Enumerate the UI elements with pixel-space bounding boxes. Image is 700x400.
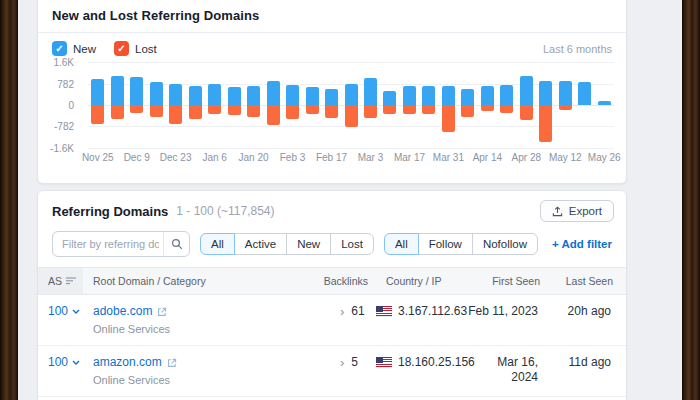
chart-bar-lost[interactable]	[306, 105, 319, 114]
chart-bar-lost[interactable]	[345, 105, 358, 127]
chart-bar-lost[interactable]	[325, 105, 338, 118]
chart-bar-lost[interactable]	[383, 105, 396, 114]
backlinks-cell: › 5	[328, 355, 376, 370]
expand-chevron-icon[interactable]: ›	[340, 305, 344, 318]
column-header-country[interactable]: Country / IP	[376, 275, 468, 287]
chart-bar-new[interactable]	[130, 77, 143, 105]
backlinks-value: 61	[351, 304, 364, 319]
column-header-first-seen[interactable]: First Seen	[468, 275, 548, 287]
chart-bar-lost[interactable]	[442, 105, 455, 132]
chart-bar-new[interactable]	[228, 87, 241, 105]
domain-link[interactable]: amazon.com	[93, 355, 162, 370]
expand-chevron-icon[interactable]: ›	[340, 356, 344, 369]
chart-bar-new[interactable]	[189, 86, 202, 105]
x-axis-tick: Apr 14	[473, 152, 502, 163]
chart-bar-lost[interactable]	[91, 105, 104, 124]
chart-bar-lost[interactable]	[169, 105, 182, 124]
chart-bar-new[interactable]	[325, 89, 338, 105]
chart-bar-lost[interactable]	[247, 105, 260, 117]
chart-bar-lost[interactable]	[481, 105, 494, 111]
as-dropdown[interactable]: 100	[48, 304, 80, 319]
chart-bar-lost[interactable]	[228, 105, 241, 115]
chart-bar-new[interactable]	[500, 85, 513, 105]
chart-bar-lost[interactable]	[111, 105, 124, 119]
date-range-label: Last 6 months	[543, 43, 612, 55]
column-header-as[interactable]: AS	[38, 268, 83, 294]
chart-bar-new[interactable]	[520, 76, 533, 105]
chart-plot	[88, 62, 614, 148]
segment-follow-follow[interactable]: Follow	[418, 233, 473, 255]
domain-category: Online Services	[93, 322, 328, 337]
chart-bar-lost[interactable]	[403, 105, 416, 114]
legend-checkbox-new[interactable]: ✓	[52, 41, 67, 56]
column-header-backlinks[interactable]: Backlinks	[328, 275, 376, 287]
chart-bar-new[interactable]	[403, 86, 416, 105]
chart-bar-lost[interactable]	[500, 105, 513, 113]
chart-bar-lost[interactable]	[150, 105, 163, 117]
chart-card-header: New and Lost Referring Domains	[38, 0, 626, 33]
x-axis-tick: Jan 6	[202, 152, 226, 163]
table-row: 100 amazon.com Online Services › 5 18.16…	[38, 346, 626, 397]
chart-bar-lost[interactable]	[559, 105, 572, 110]
segment-status-active[interactable]: Active	[234, 233, 287, 255]
search-icon[interactable]	[163, 232, 190, 256]
chart-bar-new[interactable]	[578, 82, 591, 105]
table-row: 100 adobe.com Online Services › 61 3.167…	[38, 295, 626, 346]
chart-bar-new[interactable]	[481, 86, 494, 105]
legend-label-lost: Lost	[135, 43, 157, 55]
last-seen-header-label: Last Seen	[566, 275, 613, 287]
chart-bar-new[interactable]	[169, 84, 182, 105]
chart-bar-new[interactable]	[208, 84, 221, 106]
chart-bar-new[interactable]	[442, 86, 455, 105]
chart-bar-new[interactable]	[559, 81, 572, 105]
chart-bar-lost[interactable]	[364, 105, 377, 118]
chart-legend: ✓ New ✓ Lost Last 6 months	[38, 33, 626, 60]
chart-bar-new[interactable]	[539, 81, 552, 105]
chart-bar-lost[interactable]	[208, 105, 221, 114]
table-body: 100 adobe.com Online Services › 61 3.167…	[38, 295, 626, 400]
chart-bar-lost[interactable]	[286, 105, 299, 119]
sort-icon	[66, 277, 76, 285]
column-header-last-seen[interactable]: Last Seen	[548, 275, 621, 287]
chart-bar-new[interactable]	[267, 81, 280, 105]
column-header-domain[interactable]: Root Domain / Category	[83, 275, 328, 287]
chart-bar-lost[interactable]	[130, 105, 143, 113]
add-filter-button[interactable]: + Add filter	[552, 238, 612, 250]
backlinks-value: 5	[351, 355, 358, 370]
domain-link[interactable]: adobe.com	[93, 304, 152, 319]
chart-bar-new[interactable]	[461, 89, 474, 105]
external-link-icon[interactable]	[157, 307, 167, 317]
legend-checkbox-lost[interactable]: ✓	[114, 41, 129, 56]
chart-bar-new[interactable]	[383, 91, 396, 105]
segment-follow-nofollow[interactable]: Nofollow	[472, 233, 538, 255]
chart-bar-new[interactable]	[345, 84, 358, 105]
chart-bar-lost[interactable]	[422, 105, 435, 114]
external-link-icon[interactable]	[167, 358, 177, 368]
chart-bar-lost[interactable]	[520, 105, 533, 120]
chart-bar-new[interactable]	[111, 76, 124, 105]
segment-status-all[interactable]: All	[200, 233, 235, 255]
chart-bar-new[interactable]	[150, 82, 163, 105]
y-axis-tick: 0	[68, 100, 74, 111]
chart-bar-new[interactable]	[364, 78, 377, 105]
segment-follow-all[interactable]: All	[384, 233, 419, 255]
chevron-down-icon	[72, 309, 80, 314]
chart-bar-lost[interactable]	[267, 105, 280, 125]
chart-bar-new[interactable]	[422, 86, 435, 105]
ip-value: 18.160.25.156	[398, 355, 475, 370]
as-dropdown[interactable]: 100	[48, 355, 80, 370]
chart-bar-new[interactable]	[306, 87, 319, 105]
x-axis-tick: Mar 3	[358, 152, 384, 163]
x-axis-tick: Dec 9	[124, 152, 150, 163]
chart-bar-new[interactable]	[598, 101, 611, 105]
chart-bar-lost[interactable]	[461, 105, 474, 117]
chart-bar-new[interactable]	[247, 86, 260, 105]
first-seen-header-label: First Seen	[492, 275, 540, 287]
chart-bar-lost[interactable]	[189, 105, 202, 119]
chart-bar-new[interactable]	[286, 85, 299, 105]
segment-status-lost[interactable]: Lost	[330, 233, 374, 255]
chart-bar-lost[interactable]	[539, 105, 552, 142]
segment-status-new[interactable]: New	[286, 233, 331, 255]
export-button[interactable]: Export	[540, 200, 614, 222]
chart-bar-new[interactable]	[91, 79, 104, 105]
